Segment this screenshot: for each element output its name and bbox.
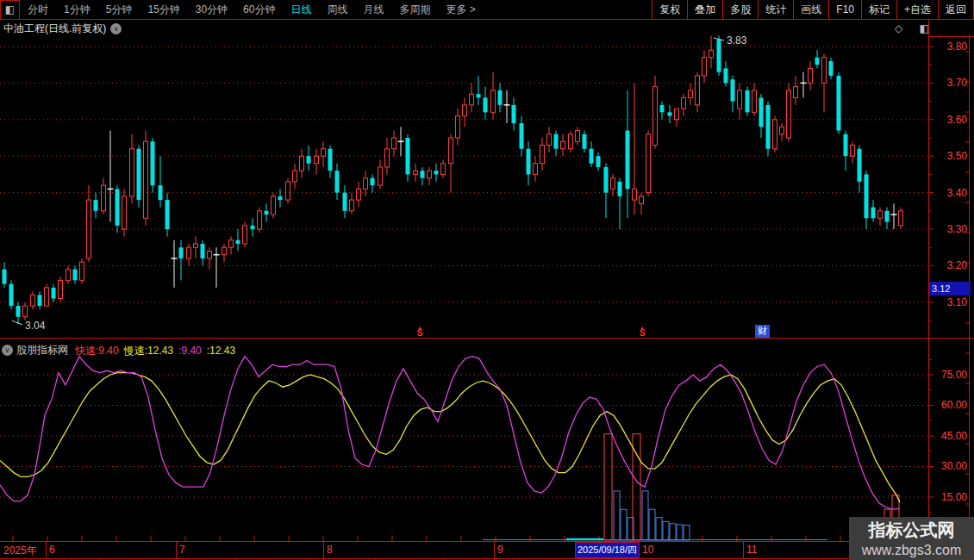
year-label: 2025年	[3, 544, 37, 558]
app-window: ◧ 分时1分钟5分钟15分钟30分钟60分钟日线周线月线多周期更多 > 复权叠加…	[0, 0, 974, 560]
price-label: 3.40	[929, 187, 967, 199]
indicator-value-label: 60.00	[929, 399, 967, 411]
top-toolbar: ◧ 分时1分钟5分钟15分钟30分钟60分钟日线周线月线多周期更多 > 复权叠加…	[0, 0, 974, 20]
title-bar: 中油工程(日线.前复权) ∨	[3, 22, 122, 36]
watermark: 指标公式网 www.zbgs3.com	[849, 517, 974, 560]
layout-toggle-icon[interactable]: ◧	[0, 0, 20, 20]
high-annotation: 3.83	[727, 34, 747, 47]
price-label: 3.20	[929, 259, 967, 271]
price-annotations: 3.833.04	[12, 34, 747, 332]
price-label: 3.10	[929, 296, 967, 308]
indicator-name[interactable]: 股朋指标网	[16, 343, 68, 358]
fast-line	[0, 357, 900, 510]
candles-layer	[3, 35, 903, 324]
tab-周线[interactable]: 周线	[319, 0, 355, 19]
tab-5分钟[interactable]: 5分钟	[98, 0, 140, 19]
indicator-lines	[0, 357, 900, 510]
signal-marker: ▴S	[636, 326, 648, 337]
tab-日线[interactable]: 日线	[283, 0, 319, 19]
chevron-down-icon[interactable]: ∨	[110, 23, 122, 34]
chart-canvas: 3.833.04	[0, 0, 974, 560]
price-label: 3.50	[929, 150, 967, 162]
legend-item: :9.40	[178, 345, 202, 357]
price-label: 3.70	[929, 77, 967, 89]
month-label: 7	[179, 544, 185, 556]
low-annotation: 3.04	[25, 320, 46, 332]
menu-叠加[interactable]: 叠加	[687, 0, 722, 19]
period-tabs: 分时1分钟5分钟15分钟30分钟60分钟日线周线月线多周期更多 >	[20, 0, 484, 19]
menu-复权[interactable]: 复权	[652, 0, 687, 19]
tab-更多 >[interactable]: 更多 >	[438, 0, 483, 19]
signal-marker: ▴S	[414, 326, 426, 337]
legend-item: :12.43	[207, 345, 235, 357]
indicator-legend: 快速:9.40慢速:12.43:9.40:12.43	[75, 342, 240, 358]
menu-统计[interactable]: 统计	[758, 0, 793, 19]
indicator-bars	[483, 434, 899, 540]
tab-多周期[interactable]: 多周期	[391, 0, 438, 19]
symbol-title: 中油工程(日线.前复权)	[3, 22, 106, 36]
tab-分时[interactable]: 分时	[20, 0, 56, 19]
collapse-icon[interactable]: ∨	[2, 345, 13, 356]
last-price-tag: 3.12	[929, 282, 971, 296]
tab-1分钟[interactable]: 1分钟	[56, 0, 98, 19]
tab-15分钟[interactable]: 15分钟	[140, 0, 187, 19]
watermark-url: www.zbgs3.com	[849, 543, 974, 558]
tab-60分钟[interactable]: 60分钟	[235, 0, 283, 19]
indicator-value-label: 45.00	[929, 430, 967, 442]
menu-多股[interactable]: 多股	[722, 0, 758, 19]
month-label: 10	[642, 544, 653, 556]
indicator-value-label: 30.00	[929, 460, 967, 472]
legend-item: 慢速:12.43	[124, 345, 173, 357]
price-label: 3.80	[929, 40, 967, 53]
indicator-header: ∨ 股朋指标网 快速:9.40慢速:12.43:9.40:12.43	[2, 342, 240, 358]
month-label: 6	[49, 544, 55, 556]
action-menu: 复权叠加多股统计画线F10标记+自选返回	[652, 0, 974, 19]
menu-+自选[interactable]: +自选	[896, 0, 938, 19]
month-label: 8	[327, 544, 333, 556]
watermark-title: 指标公式网	[849, 519, 974, 542]
indicator-value-label: 15.00	[929, 491, 967, 503]
menu-F10[interactable]: F10	[828, 0, 861, 19]
selected-date-tag: 2025/09/18/四	[575, 542, 640, 558]
menu-标记[interactable]: 标记	[861, 0, 896, 19]
price-label: 3.30	[929, 223, 967, 235]
slow-line	[0, 373, 900, 502]
month-label: 11	[746, 544, 757, 556]
indicator-value-label: 75.00	[929, 369, 967, 381]
axis-ticks	[13, 47, 969, 560]
menu-返回[interactable]: 返回	[938, 0, 974, 19]
menu-画线[interactable]: 画线	[793, 0, 828, 19]
month-label: 9	[497, 544, 503, 556]
tab-30分钟[interactable]: 30分钟	[188, 0, 235, 19]
chart-corner-icons[interactable]: ◇ ◧	[895, 22, 936, 34]
tab-月线[interactable]: 月线	[355, 0, 391, 19]
finance-marker: 财	[755, 325, 770, 338]
price-label: 3.60	[929, 114, 967, 126]
legend-item: 快速:9.40	[75, 345, 119, 357]
